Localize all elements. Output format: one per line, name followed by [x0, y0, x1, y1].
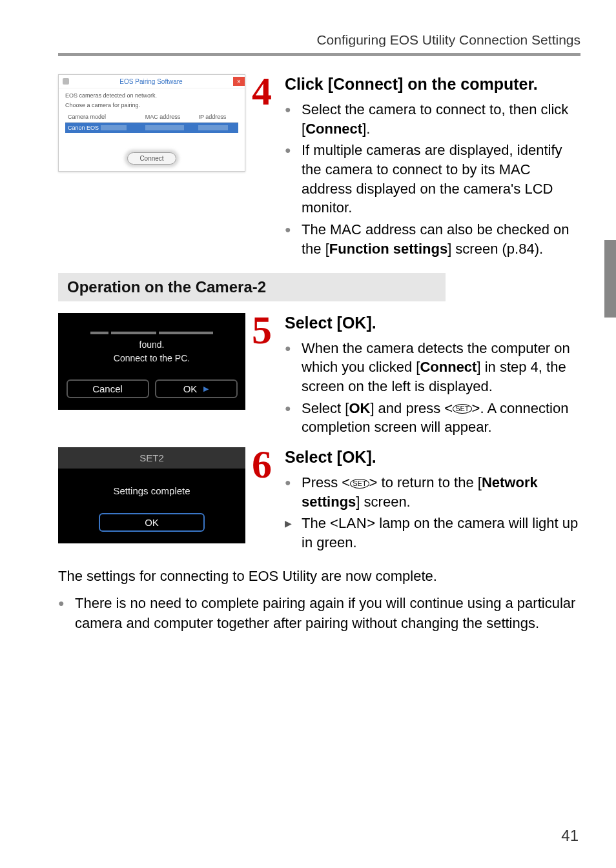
ok-button[interactable]: OK	[99, 513, 205, 532]
set-icon: SET	[453, 404, 471, 414]
step-5-title: Select [OK].	[285, 313, 580, 332]
step-4-bullet-1: Select the camera to connect to, then cl…	[285, 100, 580, 138]
ok-button[interactable]: OK▶	[155, 379, 238, 398]
step-number-6: 6	[252, 447, 272, 481]
col-ip-address: IP address	[196, 112, 238, 123]
dialog-title: EOS Pairing Software	[69, 78, 233, 85]
camera-table: Camera model MAC address IP address Cano…	[65, 112, 238, 133]
step-4-bullet-2: If multiple cameras are displayed, ident…	[285, 141, 580, 217]
closing-bullet-1: There is no need to complete pairing aga…	[58, 594, 580, 634]
camera-model-value: Canon EOS	[68, 125, 99, 131]
header-divider	[58, 53, 580, 56]
dialog-note-2: Choose a camera for pairing.	[65, 102, 238, 109]
step-6-row: SET2 Settings complete OK 6 Select [OK].…	[58, 447, 580, 555]
close-icon[interactable]: ×	[233, 77, 245, 86]
step-number-4: 4	[252, 74, 272, 108]
app-icon	[63, 78, 69, 85]
step-6-bullet-1: Press <SET> to return to the [Network se…	[285, 473, 580, 511]
camera-screen-complete: SET2 Settings complete OK	[58, 447, 245, 543]
set-icon: SET	[350, 479, 369, 489]
col-mac-address: MAC address	[143, 112, 196, 123]
cancel-button[interactable]: Cancel	[67, 379, 149, 398]
connect-button[interactable]: Connect	[127, 152, 176, 165]
step-4-title: Click [Connect] on the computer.	[285, 74, 580, 94]
dialog-note-1: EOS cameras detected on network.	[65, 92, 238, 99]
side-index-tab	[604, 240, 616, 318]
step-5-bullet-1: When the camera detects the computer on …	[285, 339, 580, 396]
section-heading: Operation on the Camera-2	[58, 273, 446, 301]
step-4-row: EOS Pairing Software × EOS cameras detec…	[58, 74, 580, 261]
col-camera-model: Camera model	[65, 112, 143, 123]
table-row[interactable]: Canon EOS	[65, 122, 238, 133]
settings-tab: SET2	[58, 447, 245, 469]
eos-pairing-dialog: EOS Pairing Software × EOS cameras detec…	[58, 74, 245, 172]
closing-paragraph: The settings for connecting to EOS Utili…	[58, 567, 580, 587]
camera-found-text: found.	[58, 338, 245, 352]
lan-label: LAN	[338, 514, 367, 533]
camera-connect-text: Connect to the PC.	[58, 352, 245, 365]
page-number: 41	[561, 827, 579, 845]
step-6-title: Select [OK].	[285, 447, 580, 467]
page-header-title: Configuring EOS Utility Connection Setti…	[58, 32, 580, 48]
chevron-right-icon: ▶	[203, 385, 209, 393]
step-6-bullet-2: The <LAN> lamp on the camera will light …	[285, 514, 580, 552]
step-5-row: ▬▬ ▬▬▬▬▬ ▬▬▬▬▬▬ found. Connect to the PC…	[58, 313, 580, 439]
settings-complete-text: Settings complete	[58, 469, 245, 513]
camera-screen-found: ▬▬ ▬▬▬▬▬ ▬▬▬▬▬▬ found. Connect to the PC…	[58, 313, 245, 410]
camera-top-line: ▬▬ ▬▬▬▬▬ ▬▬▬▬▬▬	[58, 325, 245, 338]
step-4-bullet-3: The MAC address can also be checked on t…	[285, 220, 580, 258]
step-5-bullet-2: Select [OK] and press <SET>. A connectio…	[285, 399, 580, 437]
step-number-5: 5	[252, 313, 272, 347]
dialog-titlebar: EOS Pairing Software ×	[59, 75, 245, 88]
